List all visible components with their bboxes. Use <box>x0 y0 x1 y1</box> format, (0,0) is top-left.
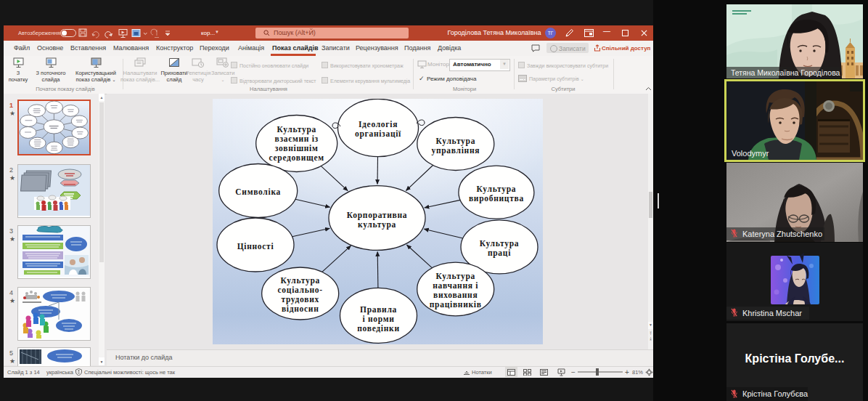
svg-text:організації: організації <box>355 129 401 139</box>
svg-text:взаємин із: взаємин із <box>275 134 319 143</box>
svg-text:і норми: і норми <box>362 315 394 324</box>
svg-text:праці: праці <box>488 248 511 258</box>
svg-text:трудових: трудових <box>281 295 319 304</box>
svg-text:виробництва: виробництва <box>469 194 524 203</box>
svg-text:Ідеологія: Ідеологія <box>359 120 398 129</box>
svg-text:Цінності: Цінності <box>237 242 274 251</box>
svg-text:Тетяна Миколаївна Городілова: Тетяна Миколаївна Городілова <box>731 68 840 77</box>
svg-text:навчання і: навчання і <box>433 281 478 290</box>
svg-text:Культура: Культура <box>480 239 520 248</box>
svg-text:зовнішнім: зовнішнім <box>275 144 319 153</box>
svg-text:відносин: відносин <box>282 304 319 313</box>
svg-text:середовищем: середовищем <box>269 153 324 163</box>
svg-text:Культура: Культура <box>477 185 517 194</box>
svg-text:управління: управління <box>431 146 480 155</box>
svg-text:Kateryna Zhutschenko: Kateryna Zhutschenko <box>742 230 822 238</box>
svg-text:Volodymyr: Volodymyr <box>732 149 769 158</box>
svg-text:Правила: Правила <box>360 305 397 315</box>
svg-text:Корпоративна: Корпоративна <box>347 211 407 220</box>
svg-text:працівників: працівників <box>430 300 482 309</box>
svg-text:культура: культура <box>358 220 396 230</box>
svg-text:Культура: Культура <box>435 137 475 146</box>
svg-text:виховання: виховання <box>433 291 478 299</box>
svg-text:соціально-: соціально- <box>278 285 323 294</box>
svg-text:Культура: Культура <box>435 272 475 281</box>
svg-text:Культура: Культура <box>280 276 320 285</box>
svg-text:Khristina Mschar: Khristina Mschar <box>742 309 802 317</box>
svg-text:Культура: Культура <box>277 125 316 134</box>
svg-text:Символіка: Символіка <box>235 187 281 196</box>
svg-text:поведінки: поведінки <box>357 324 399 333</box>
